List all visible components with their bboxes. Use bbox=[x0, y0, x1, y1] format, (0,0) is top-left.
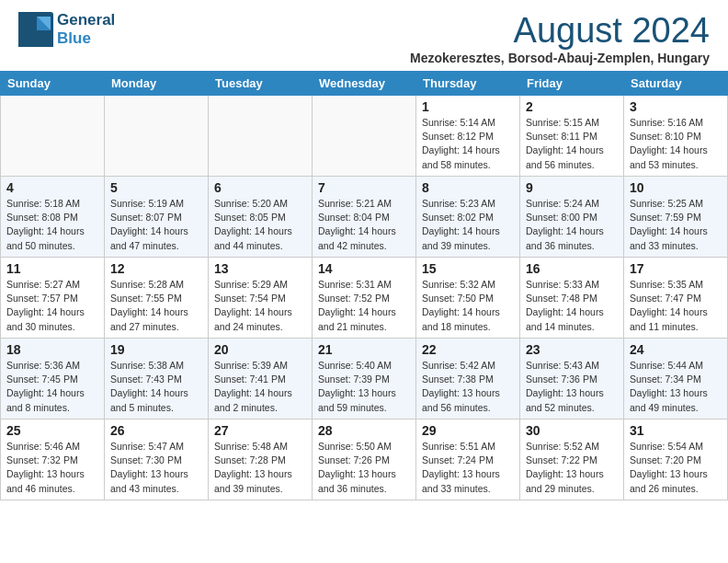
empty-cell bbox=[209, 96, 313, 177]
day-number: 31 bbox=[630, 423, 722, 438]
day-cell-5: 5Sunrise: 5:19 AM Sunset: 8:07 PM Daylig… bbox=[105, 177, 209, 258]
day-number: 29 bbox=[422, 423, 514, 438]
day-info: Sunrise: 5:24 AM Sunset: 8:00 PM Dayligh… bbox=[526, 197, 618, 253]
day-cell-22: 22Sunrise: 5:42 AM Sunset: 7:38 PM Dayli… bbox=[416, 339, 520, 419]
day-cell-6: 6Sunrise: 5:20 AM Sunset: 8:05 PM Daylig… bbox=[209, 177, 313, 258]
calendar: SundayMondayTuesdayWednesdayThursdayFrid… bbox=[0, 71, 728, 500]
day-cell-18: 18Sunrise: 5:36 AM Sunset: 7:45 PM Dayli… bbox=[1, 339, 105, 419]
day-info: Sunrise: 5:27 AM Sunset: 7:57 PM Dayligh… bbox=[6, 278, 98, 334]
day-info: Sunrise: 5:23 AM Sunset: 8:02 PM Dayligh… bbox=[422, 197, 514, 253]
day-cell-23: 23Sunrise: 5:43 AM Sunset: 7:36 PM Dayli… bbox=[520, 339, 624, 419]
day-cell-2: 2Sunrise: 5:15 AM Sunset: 8:11 PM Daylig… bbox=[520, 96, 624, 177]
day-cell-25: 25Sunrise: 5:46 AM Sunset: 7:32 PM Dayli… bbox=[1, 419, 105, 500]
day-number: 28 bbox=[318, 423, 410, 438]
day-number: 22 bbox=[422, 342, 514, 357]
day-info: Sunrise: 5:15 AM Sunset: 8:11 PM Dayligh… bbox=[526, 116, 618, 172]
day-cell-28: 28Sunrise: 5:50 AM Sunset: 7:26 PM Dayli… bbox=[313, 419, 416, 500]
day-cell-16: 16Sunrise: 5:33 AM Sunset: 7:48 PM Dayli… bbox=[520, 258, 624, 339]
empty-cell bbox=[105, 96, 209, 177]
day-info: Sunrise: 5:51 AM Sunset: 7:24 PM Dayligh… bbox=[422, 440, 514, 496]
day-number: 21 bbox=[318, 342, 410, 357]
day-cell-8: 8Sunrise: 5:23 AM Sunset: 8:02 PM Daylig… bbox=[416, 177, 520, 258]
day-cell-13: 13Sunrise: 5:29 AM Sunset: 7:54 PM Dayli… bbox=[209, 258, 313, 339]
day-number: 5 bbox=[110, 180, 202, 195]
weekday-header-sunday: Sunday bbox=[1, 72, 105, 96]
day-info: Sunrise: 5:42 AM Sunset: 7:38 PM Dayligh… bbox=[422, 359, 514, 415]
day-number: 2 bbox=[526, 99, 618, 114]
day-cell-24: 24Sunrise: 5:44 AM Sunset: 7:34 PM Dayli… bbox=[624, 339, 728, 419]
day-info: Sunrise: 5:18 AM Sunset: 8:08 PM Dayligh… bbox=[6, 197, 98, 253]
day-info: Sunrise: 5:14 AM Sunset: 8:12 PM Dayligh… bbox=[422, 116, 514, 172]
day-number: 19 bbox=[110, 342, 202, 357]
day-info: Sunrise: 5:32 AM Sunset: 7:50 PM Dayligh… bbox=[422, 278, 514, 334]
day-number: 7 bbox=[318, 180, 410, 195]
day-info: Sunrise: 5:47 AM Sunset: 7:30 PM Dayligh… bbox=[110, 440, 202, 496]
svg-rect-4 bbox=[37, 30, 53, 47]
weekday-header-tuesday: Tuesday bbox=[209, 72, 313, 96]
weekday-header-thursday: Thursday bbox=[416, 72, 520, 96]
day-info: Sunrise: 5:54 AM Sunset: 7:20 PM Dayligh… bbox=[630, 440, 722, 496]
day-cell-21: 21Sunrise: 5:40 AM Sunset: 7:39 PM Dayli… bbox=[313, 339, 416, 419]
day-info: Sunrise: 5:40 AM Sunset: 7:39 PM Dayligh… bbox=[318, 359, 410, 415]
location: Mezokeresztes, Borsod-Abauj-Zemplen, Hun… bbox=[410, 51, 710, 65]
day-info: Sunrise: 5:35 AM Sunset: 7:47 PM Dayligh… bbox=[630, 278, 722, 334]
day-info: Sunrise: 5:19 AM Sunset: 8:07 PM Dayligh… bbox=[110, 197, 202, 253]
day-cell-9: 9Sunrise: 5:24 AM Sunset: 8:00 PM Daylig… bbox=[520, 177, 624, 258]
day-number: 3 bbox=[630, 99, 722, 114]
empty-cell bbox=[313, 96, 416, 177]
empty-cell bbox=[1, 96, 105, 177]
svg-rect-3 bbox=[18, 12, 37, 47]
logo-line2: Blue bbox=[57, 29, 115, 48]
weekday-header-saturday: Saturday bbox=[624, 72, 728, 96]
day-cell-15: 15Sunrise: 5:32 AM Sunset: 7:50 PM Dayli… bbox=[416, 258, 520, 339]
day-info: Sunrise: 5:31 AM Sunset: 7:52 PM Dayligh… bbox=[318, 278, 410, 334]
day-number: 8 bbox=[422, 180, 514, 195]
day-cell-3: 3Sunrise: 5:16 AM Sunset: 8:10 PM Daylig… bbox=[624, 96, 728, 177]
header: General Blue August 2024 Mezokeresztes, … bbox=[0, 0, 728, 71]
day-info: Sunrise: 5:25 AM Sunset: 7:59 PM Dayligh… bbox=[630, 197, 722, 253]
day-cell-27: 27Sunrise: 5:48 AM Sunset: 7:28 PM Dayli… bbox=[209, 419, 313, 500]
weekday-header-wednesday: Wednesday bbox=[313, 72, 416, 96]
day-number: 9 bbox=[526, 180, 618, 195]
day-info: Sunrise: 5:21 AM Sunset: 8:04 PM Dayligh… bbox=[318, 197, 410, 253]
day-info: Sunrise: 5:50 AM Sunset: 7:26 PM Dayligh… bbox=[318, 440, 410, 496]
day-number: 16 bbox=[526, 261, 618, 276]
day-cell-31: 31Sunrise: 5:54 AM Sunset: 7:20 PM Dayli… bbox=[624, 419, 728, 500]
day-number: 12 bbox=[110, 261, 202, 276]
day-number: 13 bbox=[214, 261, 306, 276]
day-info: Sunrise: 5:20 AM Sunset: 8:05 PM Dayligh… bbox=[214, 197, 306, 253]
weekday-header-friday: Friday bbox=[520, 72, 624, 96]
day-number: 1 bbox=[422, 99, 514, 114]
title-section: August 2024 Mezokeresztes, Borsod-Abauj-… bbox=[410, 11, 710, 65]
day-number: 6 bbox=[214, 180, 306, 195]
day-number: 20 bbox=[214, 342, 306, 357]
day-number: 15 bbox=[422, 261, 514, 276]
week-row-5: 25Sunrise: 5:46 AM Sunset: 7:32 PM Dayli… bbox=[1, 419, 728, 500]
day-info: Sunrise: 5:46 AM Sunset: 7:32 PM Dayligh… bbox=[6, 440, 98, 496]
day-cell-7: 7Sunrise: 5:21 AM Sunset: 8:04 PM Daylig… bbox=[313, 177, 416, 258]
day-number: 10 bbox=[630, 180, 722, 195]
day-cell-30: 30Sunrise: 5:52 AM Sunset: 7:22 PM Dayli… bbox=[520, 419, 624, 500]
day-number: 14 bbox=[318, 261, 410, 276]
day-cell-11: 11Sunrise: 5:27 AM Sunset: 7:57 PM Dayli… bbox=[1, 258, 105, 339]
day-info: Sunrise: 5:33 AM Sunset: 7:48 PM Dayligh… bbox=[526, 278, 618, 334]
day-number: 24 bbox=[630, 342, 722, 357]
day-cell-17: 17Sunrise: 5:35 AM Sunset: 7:47 PM Dayli… bbox=[624, 258, 728, 339]
day-number: 27 bbox=[214, 423, 306, 438]
weekday-header-row: SundayMondayTuesdayWednesdayThursdayFrid… bbox=[1, 72, 728, 96]
day-number: 25 bbox=[6, 423, 98, 438]
week-row-4: 18Sunrise: 5:36 AM Sunset: 7:45 PM Dayli… bbox=[1, 339, 728, 419]
day-cell-29: 29Sunrise: 5:51 AM Sunset: 7:24 PM Dayli… bbox=[416, 419, 520, 500]
day-info: Sunrise: 5:28 AM Sunset: 7:55 PM Dayligh… bbox=[110, 278, 202, 334]
day-number: 30 bbox=[526, 423, 618, 438]
logo: General Blue bbox=[18, 11, 115, 47]
week-row-1: 1Sunrise: 5:14 AM Sunset: 8:12 PM Daylig… bbox=[1, 96, 728, 177]
day-info: Sunrise: 5:39 AM Sunset: 7:41 PM Dayligh… bbox=[214, 359, 306, 415]
day-cell-12: 12Sunrise: 5:28 AM Sunset: 7:55 PM Dayli… bbox=[105, 258, 209, 339]
day-info: Sunrise: 5:36 AM Sunset: 7:45 PM Dayligh… bbox=[6, 359, 98, 415]
day-number: 11 bbox=[6, 261, 98, 276]
day-cell-14: 14Sunrise: 5:31 AM Sunset: 7:52 PM Dayli… bbox=[313, 258, 416, 339]
day-cell-26: 26Sunrise: 5:47 AM Sunset: 7:30 PM Dayli… bbox=[105, 419, 209, 500]
week-row-2: 4Sunrise: 5:18 AM Sunset: 8:08 PM Daylig… bbox=[1, 177, 728, 258]
logo-line1: General bbox=[57, 11, 115, 29]
